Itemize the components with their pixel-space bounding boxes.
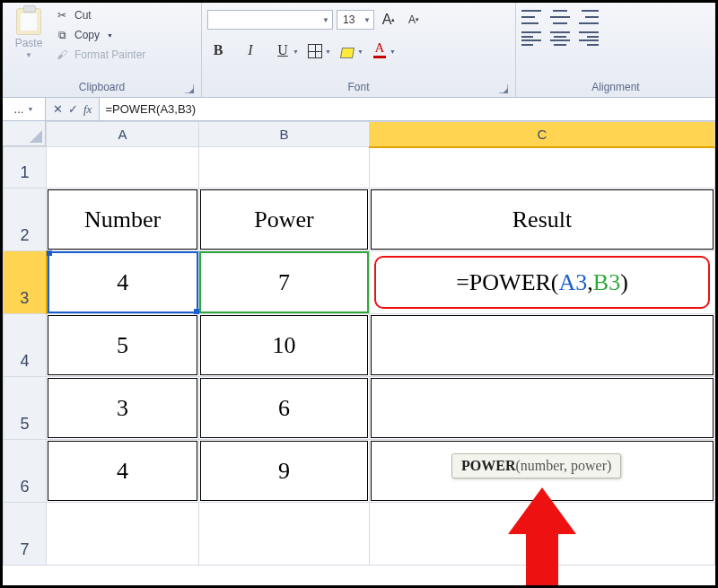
header-result: Result bbox=[371, 189, 714, 250]
chevron-down-icon: ▼ bbox=[293, 48, 299, 56]
col-header-b[interactable]: B bbox=[199, 122, 370, 147]
paste-label: Paste bbox=[15, 37, 43, 49]
col-header-a[interactable]: A bbox=[47, 122, 199, 147]
header-number: Number bbox=[48, 189, 197, 250]
dialog-launcher-icon[interactable] bbox=[185, 84, 194, 93]
cancel-formula-button[interactable]: ✕ bbox=[53, 102, 63, 117]
cell-c4[interactable] bbox=[370, 314, 715, 377]
font-name-combo[interactable]: ▼ bbox=[207, 10, 333, 30]
cell-a4[interactable]: 5 bbox=[47, 314, 199, 377]
tooltip-fn: POWER bbox=[461, 458, 515, 473]
cell-a2[interactable]: Number bbox=[47, 189, 199, 251]
row-header-4[interactable]: 4 bbox=[4, 314, 47, 377]
align-top-button[interactable] bbox=[521, 10, 541, 24]
cell-a6[interactable]: 4 bbox=[47, 440, 199, 503]
shrink-font-button[interactable]: A▾ bbox=[403, 10, 425, 30]
alignment-group-label: Alignment bbox=[591, 81, 639, 93]
active-formula-cell: =POWER(A3,B3) bbox=[374, 256, 710, 309]
cell-a3[interactable]: 4 bbox=[47, 251, 199, 314]
grid: A B C 1 2 Number Power Result 3 4 7 bbox=[3, 121, 715, 566]
clipboard-group-label: Clipboard bbox=[79, 81, 125, 93]
row-header-2[interactable]: 2 bbox=[4, 189, 47, 251]
font-color-button[interactable]: A▼ bbox=[369, 39, 390, 58]
select-all-corner[interactable] bbox=[3, 121, 46, 146]
clipboard-icon bbox=[16, 8, 41, 35]
underline-button[interactable]: U▼ bbox=[272, 39, 293, 58]
chevron-down-icon: ▼ bbox=[27, 106, 33, 112]
cell-b3-value: 7 bbox=[200, 252, 368, 312]
bucket-icon bbox=[340, 48, 355, 58]
row-header-7[interactable]: 7 bbox=[4, 503, 47, 566]
ref-b3: B3 bbox=[593, 269, 620, 296]
cell-b7[interactable] bbox=[199, 503, 370, 566]
dialog-launcher-icon[interactable] bbox=[499, 84, 508, 93]
cell-c2[interactable]: Result bbox=[370, 189, 715, 251]
row-header-1[interactable]: 1 bbox=[4, 147, 47, 189]
cell-b4[interactable]: 10 bbox=[199, 314, 370, 377]
ribbon-group-alignment: Alignment bbox=[516, 3, 715, 97]
row-header-3[interactable]: 3 bbox=[4, 251, 47, 314]
font-size-value: 13 bbox=[343, 13, 355, 26]
italic-button[interactable]: I bbox=[240, 39, 261, 58]
ribbon-group-clipboard: Paste ▼ ✂ Cut ⧉ Copy ▼ 🖌 Format Painter bbox=[3, 3, 202, 97]
ribbon-group-font: ▼ 13▼ A▴ A▾ B I U▼ ▼ ▼ A▼ Font bbox=[202, 3, 516, 97]
bold-button[interactable]: B bbox=[207, 39, 229, 58]
chevron-down-icon: ▼ bbox=[107, 32, 113, 39]
font-color-icon: A bbox=[373, 40, 387, 58]
chevron-down-icon: ▼ bbox=[363, 16, 371, 24]
font-group-label: Font bbox=[347, 81, 369, 93]
formula-input[interactable]: =POWER(A3,B3) bbox=[100, 98, 715, 120]
cut-label: Cut bbox=[74, 9, 92, 22]
paste-button[interactable]: Paste ▼ bbox=[8, 4, 49, 59]
row-header-6[interactable]: 6 bbox=[4, 440, 47, 503]
scissors-icon: ✂ bbox=[55, 8, 69, 22]
copy-label: Copy bbox=[74, 29, 100, 41]
cell-c3[interactable]: =POWER(A3,B3) bbox=[370, 251, 715, 314]
enter-formula-button[interactable]: ✓ bbox=[68, 102, 78, 117]
copy-button[interactable]: ⧉ Copy ▼ bbox=[55, 28, 145, 42]
paintbrush-icon: 🖌 bbox=[55, 48, 69, 62]
border-icon bbox=[308, 44, 322, 58]
copy-icon: ⧉ bbox=[55, 28, 69, 42]
cell-b2[interactable]: Power bbox=[199, 189, 370, 251]
ribbon: Paste ▼ ✂ Cut ⧉ Copy ▼ 🖌 Format Painter bbox=[3, 3, 715, 98]
border-button[interactable]: ▼ bbox=[304, 39, 326, 58]
header-power: Power bbox=[200, 189, 368, 250]
formula-bar: ... ▼ ✕ ✓ fx =POWER(A3,B3) bbox=[3, 98, 715, 121]
align-left-button[interactable] bbox=[521, 31, 541, 46]
tooltip-sig: (number, power) bbox=[515, 458, 611, 473]
align-middle-button[interactable] bbox=[550, 10, 570, 24]
cell-c5[interactable] bbox=[370, 377, 715, 440]
row-header-5[interactable]: 5 bbox=[4, 377, 47, 440]
format-painter-button[interactable]: 🖌 Format Painter bbox=[55, 48, 145, 62]
chevron-down-icon: ▼ bbox=[357, 48, 363, 56]
cell-b1[interactable] bbox=[199, 147, 370, 189]
insert-function-button[interactable]: fx bbox=[83, 102, 92, 117]
worksheet: A B C 1 2 Number Power Result 3 4 7 bbox=[3, 121, 715, 566]
name-box-value: ... bbox=[14, 102, 24, 116]
cell-a7[interactable] bbox=[47, 503, 199, 566]
annotation-arrow-icon bbox=[516, 487, 568, 588]
cell-a3-value: 4 bbox=[48, 252, 198, 312]
align-center-button[interactable] bbox=[550, 31, 570, 46]
ref-a3: A3 bbox=[559, 269, 588, 296]
font-size-combo[interactable]: 13▼ bbox=[337, 10, 374, 30]
name-box[interactable]: ... ▼ bbox=[3, 98, 46, 120]
cell-b3[interactable]: 7 bbox=[199, 251, 370, 314]
cut-button[interactable]: ✂ Cut bbox=[55, 8, 145, 22]
grow-font-button[interactable]: A▴ bbox=[378, 10, 399, 30]
chevron-down-icon: ▼ bbox=[322, 16, 329, 24]
cell-c1[interactable] bbox=[370, 147, 715, 189]
cell-b5[interactable]: 6 bbox=[199, 377, 370, 440]
col-header-c[interactable]: C bbox=[370, 122, 715, 147]
format-painter-label: Format Painter bbox=[74, 48, 145, 61]
cell-b6[interactable]: 9 bbox=[199, 440, 370, 503]
fill-color-button[interactable]: ▼ bbox=[337, 39, 358, 58]
align-right-button[interactable] bbox=[579, 31, 599, 46]
cell-a1[interactable] bbox=[47, 147, 199, 189]
cell-a5[interactable]: 3 bbox=[47, 377, 199, 440]
formula-value: =POWER(A3,B3) bbox=[105, 102, 196, 116]
align-bottom-button[interactable] bbox=[579, 10, 599, 24]
chevron-down-icon: ▼ bbox=[25, 51, 32, 59]
chevron-down-icon: ▼ bbox=[325, 48, 331, 56]
